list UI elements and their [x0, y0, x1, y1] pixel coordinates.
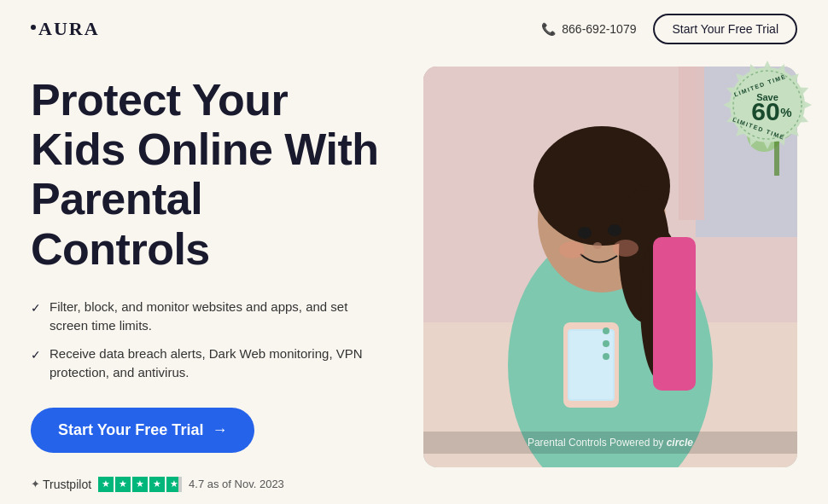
- svg-point-38: [613, 240, 638, 257]
- tr-star-5: ★: [166, 501, 180, 504]
- nav-right: 📞 866-692-1079 Start Your Free Trial: [541, 14, 797, 44]
- tp-star-1: ★: [98, 477, 114, 492]
- cta-button[interactable]: Start Your Free Trial →: [31, 408, 254, 453]
- image-caption: Parental Controls Powered by circle: [423, 432, 797, 454]
- list-item: ✓ Receive data breach alerts, Dark Web m…: [31, 345, 389, 382]
- tr-star-3: ★: [136, 501, 149, 504]
- svg-point-35: [608, 224, 621, 236]
- ratings: ✦ Trustpilot ★ ★ ★ ★ ★ 4.7 as of Nov. 20…: [31, 477, 389, 504]
- svg-text:60: 60: [751, 97, 779, 125]
- main-heading: Protect Your Kids Online With Parental C…: [31, 75, 389, 274]
- feature-list: ✓ Filter, block, and monitor websites an…: [31, 298, 389, 382]
- nav-trial-button[interactable]: Start Your Free Trial: [653, 14, 797, 44]
- discount-badge: LIMITED TIME Save 60 % LIMITED TIME: [720, 58, 810, 148]
- navbar: AURA 📞 866-692-1079 Start Your Free Tria…: [0, 0, 828, 58]
- checkmark-icon-2: ✓: [31, 346, 41, 363]
- tr-star-4: ★: [151, 501, 165, 504]
- feature-text-1: Filter, block, and monitor websites and …: [50, 298, 389, 335]
- tp-star-2: ★: [115, 477, 131, 492]
- tr-star-2: ★: [120, 501, 134, 504]
- circle-logo-text: circle: [667, 437, 693, 449]
- trustpilot-name: Trustpilot: [43, 478, 91, 491]
- phone-icon: 📞: [541, 22, 556, 36]
- tp-star-4: ★: [149, 477, 165, 492]
- svg-point-45: [603, 353, 609, 360]
- svg-rect-39: [653, 237, 696, 391]
- trustpilot-star-icon: ✦: [31, 478, 40, 490]
- tr-stars: ★ ★ ★ ★ ★: [105, 501, 180, 504]
- logo-dot-left: [31, 25, 36, 30]
- right-side: LIMITED TIME Save 60 % LIMITED TIME: [423, 67, 797, 484]
- cta-label: Start Your Free Trial: [58, 421, 203, 439]
- svg-text:%: %: [780, 105, 791, 119]
- left-side: Protect Your Kids Online With Parental C…: [31, 67, 389, 504]
- feature-text-2: Receive data breach alerts, Dark Web mon…: [50, 345, 389, 382]
- trustpilot-logo: ✦ Trustpilot: [31, 478, 91, 491]
- phone-number: 866-692-1079: [562, 22, 636, 36]
- tr-star-1: ★: [105, 501, 119, 504]
- svg-point-34: [578, 227, 592, 239]
- caption-text: Parental Controls Powered by: [528, 437, 667, 449]
- list-item: ✓ Filter, block, and monitor websites an…: [31, 298, 389, 335]
- main-content: Protect Your Kids Online With Parental C…: [0, 58, 828, 504]
- tp-star-3: ★: [132, 477, 148, 492]
- trustpilot-row: ✦ Trustpilot ★ ★ ★ ★ ★ 4.7 as of Nov. 20…: [31, 477, 389, 492]
- trustpilot-score: 4.7 as of Nov. 2023: [189, 478, 284, 490]
- logo-text: AURA: [38, 18, 100, 40]
- svg-point-43: [603, 327, 609, 334]
- checkmark-icon-1: ✓: [31, 299, 41, 316]
- tp-stars: ★ ★ ★ ★ ★: [98, 477, 182, 492]
- badge-svg: LIMITED TIME Save 60 % LIMITED TIME: [720, 58, 814, 152]
- svg-point-44: [603, 340, 609, 347]
- svg-point-37: [559, 241, 585, 258]
- tp-star-5: ★: [166, 477, 182, 492]
- logo: AURA: [31, 18, 100, 40]
- svg-point-36: [593, 242, 602, 249]
- techradar-row: techradar. ★ ★ ★ ★ ★: [31, 501, 389, 504]
- arrow-right-icon: →: [212, 421, 227, 439]
- phone-link[interactable]: 📞 866-692-1079: [541, 22, 636, 36]
